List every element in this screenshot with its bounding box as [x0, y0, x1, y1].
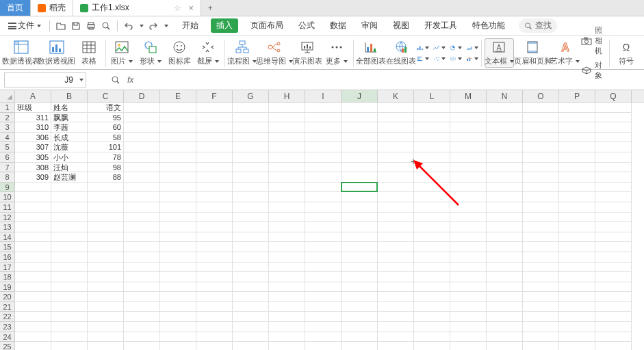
cell[interactable]	[160, 282, 196, 293]
cell[interactable]	[269, 322, 305, 332]
cell[interactable]	[414, 152, 450, 163]
cell[interactable]	[196, 312, 233, 322]
cell[interactable]	[124, 222, 160, 232]
cell[interactable]	[233, 262, 269, 273]
cell[interactable]	[196, 142, 233, 152]
cell[interactable]	[414, 342, 450, 350]
cell[interactable]	[378, 163, 414, 173]
row-header-16[interactable]: 16	[0, 252, 14, 262]
cell[interactable]	[523, 103, 559, 113]
cell[interactable]	[523, 292, 559, 302]
cell[interactable]	[15, 322, 51, 332]
all-charts-button[interactable]: 全部图表	[357, 40, 385, 66]
cell[interactable]	[414, 332, 450, 342]
cell[interactable]	[523, 202, 559, 213]
cell[interactable]	[305, 292, 342, 302]
cell[interactable]	[196, 292, 233, 302]
cell[interactable]	[414, 192, 450, 202]
cell[interactable]	[378, 152, 414, 163]
cell[interactable]	[88, 342, 124, 350]
cell[interactable]	[233, 122, 269, 133]
cell[interactable]	[450, 113, 487, 123]
cell[interactable]	[595, 183, 632, 193]
cell[interactable]	[269, 113, 305, 123]
row-header-4[interactable]: 4	[0, 133, 14, 143]
cell[interactable]	[196, 332, 233, 342]
cell[interactable]	[233, 332, 269, 342]
col-header-C[interactable]: C	[88, 90, 124, 102]
col-header-O[interactable]: O	[523, 90, 559, 102]
col-header-B[interactable]: B	[51, 90, 88, 102]
cell[interactable]	[51, 192, 88, 202]
cell[interactable]	[88, 192, 124, 202]
cell[interactable]	[523, 262, 559, 273]
cell[interactable]	[414, 202, 450, 213]
cell[interactable]	[450, 172, 487, 183]
cell[interactable]	[342, 192, 378, 202]
cell[interactable]: 赵芸澜	[51, 172, 88, 183]
cell[interactable]	[378, 262, 414, 273]
cell[interactable]	[305, 142, 342, 152]
cell[interactable]	[305, 183, 342, 193]
cell[interactable]: 101	[88, 142, 124, 152]
cell[interactable]	[15, 222, 51, 232]
cell[interactable]	[269, 103, 305, 113]
cell[interactable]: 95	[88, 113, 124, 123]
row-header-22[interactable]: 22	[0, 312, 14, 322]
cell[interactable]	[160, 312, 196, 322]
cell[interactable]	[160, 163, 196, 173]
cell[interactable]	[51, 272, 88, 282]
cell[interactable]	[559, 172, 595, 183]
row-header-19[interactable]: 19	[0, 282, 14, 293]
cell[interactable]	[487, 252, 523, 262]
cell[interactable]	[523, 122, 559, 133]
tab-home[interactable]: 首页	[0, 0, 31, 16]
cell[interactable]	[196, 183, 233, 193]
cell[interactable]	[196, 192, 233, 202]
fx-label[interactable]: fx	[127, 75, 133, 85]
cell[interactable]	[559, 262, 595, 273]
cell[interactable]	[269, 272, 305, 282]
cell[interactable]	[196, 202, 233, 213]
cell[interactable]	[305, 242, 342, 252]
bar-chart-icon[interactable]	[417, 43, 429, 53]
cell[interactable]	[595, 272, 632, 282]
cell[interactable]	[559, 342, 595, 350]
cell[interactable]	[124, 103, 160, 113]
cell[interactable]	[160, 342, 196, 350]
cell[interactable]	[523, 113, 559, 123]
cell[interactable]: 308	[15, 163, 51, 173]
spreadsheet-grid[interactable]: ABCDEFGHIJKLMNOPQ 1234567891011121314151…	[0, 90, 644, 350]
cell[interactable]	[595, 302, 632, 312]
cell[interactable]	[342, 272, 378, 282]
cell[interactable]	[269, 213, 305, 223]
col-header-A[interactable]: A	[15, 90, 51, 102]
cell[interactable]	[487, 163, 523, 173]
cell[interactable]	[487, 122, 523, 133]
cell[interactable]	[160, 302, 196, 312]
cell[interactable]	[450, 133, 487, 143]
cell[interactable]	[233, 142, 269, 152]
cell[interactable]	[124, 172, 160, 183]
cell[interactable]	[378, 322, 414, 332]
cell[interactable]	[15, 302, 51, 312]
cell[interactable]	[450, 242, 487, 252]
cell[interactable]	[595, 142, 632, 152]
cell[interactable]	[414, 222, 450, 232]
cell[interactable]	[233, 213, 269, 223]
cell[interactable]	[414, 183, 450, 193]
row-header-5[interactable]: 5	[0, 142, 14, 152]
cell[interactable]	[196, 302, 233, 312]
cell[interactable]: 58	[88, 133, 124, 143]
screenshot-button[interactable]: 截屏	[194, 40, 222, 66]
object-icon[interactable]	[581, 66, 592, 75]
cell[interactable]	[378, 272, 414, 282]
cell[interactable]: 长成	[51, 133, 88, 143]
cell[interactable]	[378, 192, 414, 202]
cell[interactable]	[559, 322, 595, 332]
cell[interactable]	[487, 262, 523, 273]
cell[interactable]	[559, 103, 595, 113]
cell[interactable]	[88, 202, 124, 213]
cell[interactable]	[414, 172, 450, 183]
cell[interactable]	[160, 262, 196, 273]
